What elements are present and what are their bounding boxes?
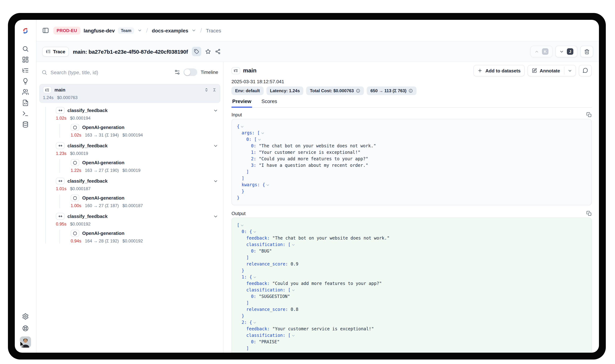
total-cost-badge[interactable]: Total Cost: $0.000763 [306, 86, 364, 95]
json-line: } [237, 313, 586, 319]
json-line: ] [237, 254, 586, 261]
span-row[interactable]: classify_feedback [56, 213, 220, 220]
tag-icon[interactable] [192, 47, 201, 56]
trace-type-icon [232, 67, 240, 74]
project-selector-chevron-icon[interactable] [191, 28, 196, 33]
trace-root-row[interactable]: main 1.24s $0.000763 [39, 84, 220, 103]
project-name[interactable]: docs-examples [152, 27, 188, 33]
dashboard-icon[interactable] [22, 56, 29, 63]
collapse-span-chevron-icon[interactable] [213, 108, 218, 113]
settings-gear-icon[interactable] [22, 313, 29, 320]
traces-icon[interactable] [22, 67, 29, 74]
json-line: } [237, 188, 586, 195]
generation-row[interactable]: OpenAI-generation [71, 124, 220, 131]
add-to-datasets-button[interactable]: Add to datasets [474, 65, 524, 76]
tab-preview[interactable]: Preview [232, 97, 252, 107]
annotate-button[interactable]: Annotate [527, 65, 576, 76]
json-collapse-icon[interactable] [254, 230, 256, 233]
span-type-icon [56, 178, 65, 184]
prev-trace-button[interactable]: K [531, 46, 552, 57]
json-collapse-icon[interactable] [266, 183, 269, 186]
observation-tree-panel: Timeline main [36, 62, 224, 353]
datasets-icon[interactable] [22, 121, 29, 128]
json-line: ] [237, 345, 586, 351]
search-nav-icon[interactable] [22, 45, 29, 52]
json-collapse-icon[interactable] [292, 288, 295, 291]
token-usage-badge[interactable]: 650 → 113 (Σ 763) [367, 86, 416, 95]
generation-row[interactable]: OpenAI-generation [71, 195, 220, 201]
tab-scores[interactable]: Scores [261, 97, 278, 107]
users-icon[interactable] [22, 88, 29, 95]
json-collapse-icon[interactable] [254, 275, 256, 278]
evals-lightbulb-icon[interactable] [22, 78, 29, 85]
output-json: [0: {feedback: "The chat bot on your web… [232, 218, 592, 353]
org-name[interactable]: langfuse-dev [84, 27, 115, 33]
span-name: classify_feedback [68, 108, 108, 113]
openai-icon [71, 195, 79, 201]
json-collapse-icon[interactable] [261, 131, 264, 134]
content: Timeline main [36, 62, 599, 353]
generation-row[interactable]: OpenAI-generation [71, 230, 220, 237]
share-icon[interactable] [215, 49, 221, 54]
json-line: ] [237, 300, 586, 306]
edit-icon [532, 68, 537, 73]
org-selector-chevron-icon[interactable] [137, 28, 142, 33]
collapse-all-icon[interactable] [212, 88, 217, 92]
span-row[interactable]: classify_feedback [56, 178, 220, 184]
delete-trace-button[interactable] [580, 46, 593, 57]
copy-output-icon[interactable] [586, 211, 592, 216]
comments-button[interactable] [579, 65, 592, 76]
search-icon [41, 69, 47, 75]
search-input[interactable] [51, 69, 171, 75]
environment-badge: PROD-EU [53, 26, 81, 34]
generation-name: OpenAI-generation [82, 125, 124, 130]
trace-header: Trace main: ba27e7b1-e23e-4f50-87de-420c… [36, 41, 599, 62]
langfuse-logo[interactable] [22, 20, 29, 41]
star-icon[interactable] [205, 49, 211, 54]
json-collapse-icon[interactable] [292, 334, 295, 337]
span-row[interactable]: classify_feedback [56, 142, 220, 149]
json-collapse-icon[interactable] [258, 138, 261, 141]
collapse-span-chevron-icon[interactable] [213, 214, 218, 219]
span-meta: 1.01s$0.000187 [56, 186, 220, 191]
next-trace-button[interactable]: J [555, 46, 577, 57]
copy-input-icon[interactable] [586, 112, 592, 117]
json-line: 1: { [237, 274, 586, 280]
span-row[interactable]: classify_feedback [56, 107, 220, 114]
breadcrumb-page[interactable]: Traces [206, 27, 221, 33]
timeline-toggle[interactable] [184, 68, 197, 76]
json-line: 0: "The chat bot on your website does no… [237, 143, 586, 149]
json-line: 1: "Your customer service is exceptional… [237, 149, 586, 156]
json-line: feedback: "Could you add more features t… [237, 280, 586, 287]
timeline-label: Timeline [201, 69, 218, 75]
openai-icon [71, 230, 79, 237]
json-line: } [237, 195, 586, 201]
support-lifebuoy-icon[interactable] [22, 325, 29, 332]
generation-group: OpenAI-generation1.22s163 → 27 (Σ 190)$0… [59, 159, 220, 173]
detail-panel: main Add to datasets A [224, 62, 599, 353]
json-line: feedback: "Your customer service is exce… [237, 326, 586, 332]
view-settings-icon[interactable] [174, 69, 180, 75]
prompts-icon[interactable] [22, 99, 29, 106]
metric-badges: Env: default Latency: 1.24s Total Cost: … [232, 86, 592, 95]
json-line: 3: "I have a question about my recent or… [237, 162, 586, 169]
json-collapse-icon[interactable] [241, 125, 243, 128]
openai-icon [71, 124, 79, 131]
trace-timestamp: 2025-03-31 18:12:57.041 [232, 79, 592, 84]
sidebar-toggle-icon[interactable] [42, 27, 49, 34]
expand-all-icon[interactable] [204, 88, 209, 92]
collapse-span-chevron-icon[interactable] [213, 179, 218, 183]
playground-terminal-icon[interactable] [22, 110, 29, 117]
page: PROD-EU langfuse-dev Team / docs-example… [0, 0, 615, 364]
tree-search-row: Timeline [36, 62, 223, 82]
generation-row[interactable]: OpenAI-generation [71, 159, 220, 166]
mouse-cursor [20, 341, 25, 347]
json-collapse-icon[interactable] [241, 224, 243, 226]
annotate-dropdown-chevron-icon[interactable] [564, 65, 575, 76]
breadcrumb-divider: / [146, 27, 149, 34]
json-line: classification: [ [237, 332, 586, 338]
json-collapse-icon[interactable] [254, 321, 256, 324]
trace-type-badge: Trace [42, 47, 69, 56]
collapse-span-chevron-icon[interactable] [213, 143, 218, 148]
json-collapse-icon[interactable] [292, 243, 295, 246]
